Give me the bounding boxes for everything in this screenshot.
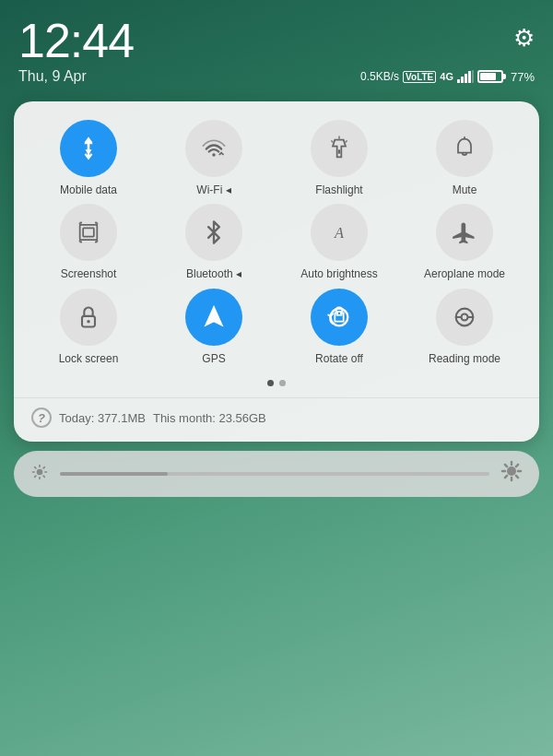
- battery-percent: 77%: [511, 70, 535, 84]
- svg-rect-4: [472, 70, 474, 83]
- rotate-off-icon: [311, 289, 368, 346]
- tile-wifi[interactable]: Wi-Fi ◂: [153, 120, 275, 196]
- svg-point-30: [462, 313, 468, 320]
- mobile-data-icon: [60, 120, 117, 177]
- brightness-track[interactable]: [60, 472, 489, 476]
- bluetooth-icon: [185, 204, 242, 261]
- reading-mode-icon: [436, 289, 493, 346]
- auto-brightness-icon: A: [311, 204, 368, 261]
- svg-line-11: [345, 141, 347, 143]
- svg-point-25: [87, 320, 90, 324]
- gps-icon: [185, 289, 242, 346]
- battery-icon: 77%: [477, 70, 535, 84]
- svg-rect-14: [83, 229, 94, 237]
- tile-mobile-data[interactable]: Mobile data: [28, 120, 149, 196]
- svg-rect-1: [461, 77, 464, 83]
- svg-line-47: [505, 465, 507, 467]
- lock-screen-icon: [60, 289, 117, 346]
- tile-rotate-off[interactable]: Rotate off: [278, 289, 400, 365]
- svg-rect-3: [468, 71, 471, 83]
- svg-line-39: [43, 476, 44, 477]
- svg-marker-7: [333, 140, 346, 158]
- dot-2[interactable]: [279, 380, 286, 386]
- brightness-low-icon: [30, 463, 49, 486]
- clock: 12:44: [18, 17, 134, 65]
- svg-point-33: [37, 468, 43, 475]
- auto-brightness-label: Auto brightness: [300, 267, 377, 280]
- svg-line-50: [505, 476, 507, 478]
- data-usage-icon: ?: [31, 408, 52, 428]
- svg-line-10: [332, 141, 334, 143]
- brightness-fill: [60, 472, 168, 476]
- mute-label: Mute: [453, 183, 477, 196]
- status-bar: 12:44 ⚙ Thu, 9 Apr 0.5KB/s VoLTE 4G 77%: [0, 0, 553, 92]
- screenshot-label: Screenshot: [61, 267, 117, 280]
- svg-line-40: [43, 467, 44, 467]
- dot-1[interactable]: [267, 380, 274, 386]
- data-usage: ? Today: 377.1MB This month: 23.56GB: [28, 408, 525, 428]
- aeroplane-label: Aeroplane mode: [424, 267, 505, 280]
- volte-badge: VoLTE: [403, 71, 436, 83]
- svg-point-42: [507, 467, 516, 476]
- svg-line-49: [516, 465, 518, 467]
- tile-lock-screen[interactable]: Lock screen: [28, 289, 149, 365]
- tile-reading-mode[interactable]: Reading mode: [404, 289, 525, 365]
- wifi-label: Wi-Fi ◂: [196, 183, 230, 196]
- lock-screen-label: Lock screen: [59, 352, 119, 365]
- svg-point-6: [212, 153, 216, 157]
- today-usage: Today: 377.1MB: [59, 411, 146, 425]
- reading-mode-label: Reading mode: [429, 352, 500, 365]
- 4g-badge: 4G: [440, 71, 453, 82]
- svg-text:A: A: [334, 224, 345, 242]
- tile-auto-brightness[interactable]: A Auto brightness: [278, 204, 400, 280]
- bluetooth-label: Bluetooth ◂: [186, 267, 241, 280]
- tiles-grid: Mobile data Wi-Fi ◂: [28, 120, 525, 365]
- svg-point-28: [338, 313, 340, 314]
- flashlight-icon: [311, 120, 368, 177]
- date: Thu, 9 Apr: [18, 68, 87, 85]
- signal-icon: [457, 70, 474, 83]
- mobile-data-label: Mobile data: [60, 183, 117, 196]
- quick-settings-panel: Mobile data Wi-Fi ◂: [14, 101, 539, 442]
- svg-rect-2: [465, 74, 467, 83]
- screenshot-icon: [60, 204, 117, 261]
- tile-mute[interactable]: Mute: [404, 120, 525, 196]
- network-speed: 0.5KB/s: [360, 70, 399, 83]
- rotate-off-label: Rotate off: [315, 352, 363, 365]
- svg-line-48: [516, 476, 518, 478]
- brightness-high-icon: [500, 460, 523, 488]
- flashlight-label: Flashlight: [315, 183, 362, 196]
- settings-icon[interactable]: ⚙: [513, 24, 535, 53]
- mute-icon: [436, 120, 493, 177]
- tile-aeroplane[interactable]: Aeroplane mode: [404, 204, 525, 280]
- svg-rect-0: [457, 79, 460, 83]
- svg-line-41: [35, 476, 36, 477]
- svg-line-38: [35, 467, 36, 467]
- gps-label: GPS: [202, 352, 225, 365]
- tile-gps[interactable]: GPS: [153, 289, 275, 365]
- divider: [14, 397, 539, 398]
- pagination-dots: [28, 380, 525, 386]
- aeroplane-icon: [436, 204, 493, 261]
- status-icons: 0.5KB/s VoLTE 4G 77%: [360, 70, 535, 84]
- month-usage: This month: 23.56GB: [153, 411, 266, 425]
- brightness-bar[interactable]: [14, 451, 539, 497]
- tile-screenshot[interactable]: Screenshot: [28, 204, 149, 280]
- tile-flashlight[interactable]: Flashlight: [278, 120, 400, 196]
- wifi-icon: [185, 120, 242, 177]
- tile-bluetooth[interactable]: Bluetooth ◂: [153, 204, 275, 280]
